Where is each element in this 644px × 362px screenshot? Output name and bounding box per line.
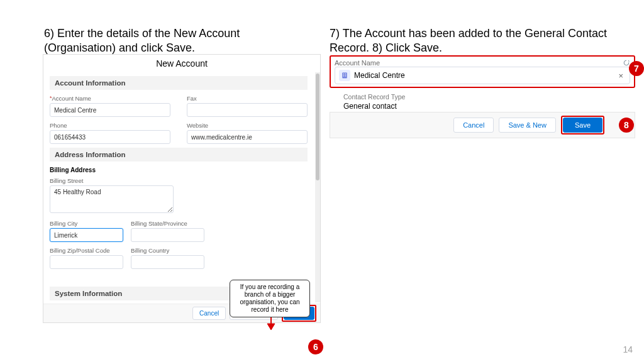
- dialog-title: New Account: [43, 55, 320, 74]
- input-fax[interactable]: [187, 103, 308, 117]
- step-badge-8: 8: [619, 118, 634, 133]
- label-billing-zip: Billing Zip/Postal Code: [50, 247, 123, 254]
- input-billing-street[interactable]: 45 Healthy Road: [50, 185, 174, 213]
- step7-caption: 7) The Account has been added to the Gen…: [330, 26, 619, 56]
- label-contact-record-type: Contact Record Type: [343, 93, 635, 101]
- dialog-body: Account Information *Account Name Fax Ph…: [43, 72, 314, 302]
- cancel-button[interactable]: Cancel: [192, 307, 226, 320]
- label-account-name: *Account Name: [50, 95, 170, 102]
- account-chip-text: Medical Centre: [354, 71, 405, 80]
- parent-account-callout: If you are recording a branch of a bigge…: [230, 280, 310, 317]
- input-website[interactable]: [187, 130, 308, 144]
- cancel-button-r[interactable]: Cancel: [453, 118, 494, 133]
- scrollbar[interactable]: [315, 72, 320, 302]
- section-account-info: Account Information: [50, 76, 308, 90]
- label-website: Website: [187, 122, 308, 129]
- save-button-highlight-r: Save: [561, 116, 604, 134]
- step-badge-6: 6: [308, 339, 323, 354]
- input-phone[interactable]: [50, 130, 170, 144]
- input-billing-country[interactable]: [131, 255, 204, 269]
- value-contact-record-type: General contact: [343, 102, 635, 111]
- label-account-name-r: Account Name: [335, 59, 380, 67]
- svg-marker-3: [267, 324, 275, 330]
- account-chip-input[interactable]: Medical Centre ×: [335, 67, 630, 84]
- page-number: 14: [623, 344, 633, 354]
- label-billing-city: Billing City: [50, 220, 123, 227]
- save-button-r[interactable]: Save: [563, 118, 602, 133]
- svg-marker-4: [628, 60, 630, 62]
- label-billing-country: Billing Country: [131, 247, 204, 254]
- account-name-highlight: Account Name Medical Centre ×: [330, 55, 635, 88]
- input-billing-zip[interactable]: [50, 255, 123, 269]
- label-phone: Phone: [50, 122, 170, 129]
- label-billing-street: Billing Street: [50, 177, 308, 184]
- account-icon: [339, 70, 350, 81]
- input-account-name[interactable]: [50, 103, 170, 117]
- step-badge-7b: 7: [629, 61, 644, 76]
- label-fax: Fax: [187, 95, 308, 102]
- label-billing-state: Billing State/Province: [131, 220, 204, 227]
- clear-chip-icon[interactable]: ×: [616, 71, 626, 80]
- new-account-dialog: New Account Account Information *Account…: [43, 54, 321, 323]
- svg-rect-7: [345, 74, 347, 75]
- step6-caption: 6) Enter the details of the New Account …: [44, 26, 283, 56]
- input-billing-city[interactable]: [50, 228, 123, 242]
- account-name-picker: Account Name Medical Centre × Contact Re…: [330, 55, 635, 111]
- svg-rect-5: [342, 73, 347, 79]
- save-and-new-button-r[interactable]: Save & New: [499, 118, 556, 133]
- section-address-info: Address Information: [50, 148, 308, 162]
- svg-rect-8: [343, 75, 345, 77]
- input-billing-state[interactable]: [131, 228, 204, 242]
- contact-buttonbar: Cancel Save & New Save: [330, 112, 635, 138]
- billing-address-subheader: Billing Address: [50, 167, 308, 173]
- svg-rect-6: [343, 74, 345, 75]
- svg-rect-9: [345, 75, 347, 77]
